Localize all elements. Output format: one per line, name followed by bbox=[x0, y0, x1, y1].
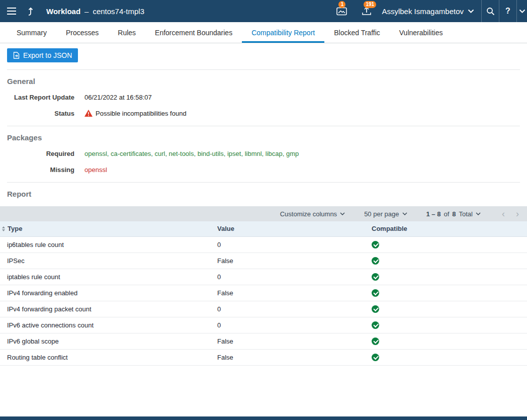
missing-packages-row: Missing openssl bbox=[7, 166, 520, 174]
last-report-update-label: Last Report Update bbox=[7, 94, 74, 101]
column-header-type[interactable]: Type bbox=[0, 221, 217, 236]
table-header-row: Type Value Compatible bbox=[0, 221, 527, 236]
compatible-check-icon bbox=[372, 321, 379, 329]
menu-icon[interactable] bbox=[4, 0, 19, 22]
next-page-button[interactable]: › bbox=[514, 209, 521, 218]
workload-compatibility-screen: Workload – centos74-tmpl3 1 191 Assylbek… bbox=[0, 0, 527, 420]
row-value: False bbox=[217, 349, 372, 365]
compatibility-report-table: Type Value Compatible ip6tables rule cou… bbox=[0, 221, 527, 366]
compatible-check-icon bbox=[372, 241, 379, 248]
per-page-label: 50 per page bbox=[364, 210, 399, 218]
workload-tabbar: Summary Processes Rules Enforcement Boun… bbox=[0, 22, 527, 43]
table-row: Routing table conflict False bbox=[0, 349, 527, 365]
general-heading: General bbox=[7, 77, 520, 86]
help-button[interactable]: ? bbox=[499, 0, 516, 22]
level-up-arrow-icon bbox=[27, 7, 34, 16]
entity-name: centos74-tmpl3 bbox=[93, 7, 144, 16]
row-value: 0 bbox=[217, 269, 372, 285]
compatible-check-icon bbox=[372, 289, 379, 297]
row-type: ip6tables rule count bbox=[0, 236, 217, 253]
search-icon bbox=[486, 7, 495, 16]
search-button[interactable] bbox=[482, 0, 499, 22]
type-header-label: Type bbox=[8, 225, 22, 232]
packages-heading: Packages bbox=[7, 133, 520, 142]
compatible-check-icon bbox=[372, 338, 379, 345]
divider bbox=[7, 182, 520, 183]
tab-enforcement-boundaries[interactable]: Enforcement Boundaries bbox=[145, 22, 242, 43]
chevron-down-icon bbox=[340, 212, 345, 215]
previous-page-button[interactable]: ‹ bbox=[500, 209, 507, 218]
main-content: Export to JSON General Last Report Updat… bbox=[0, 43, 527, 198]
required-label: Required bbox=[7, 150, 74, 157]
report-heading: Report bbox=[7, 190, 520, 198]
tab-summary[interactable]: Summary bbox=[7, 22, 56, 43]
export-button-label: Export to JSON bbox=[23, 51, 72, 59]
row-value: False bbox=[217, 285, 372, 301]
customize-columns-dropdown[interactable]: Customize columns bbox=[280, 210, 345, 218]
table-row: IPv6 active connections count 0 bbox=[0, 317, 527, 333]
tab-compatibility-report[interactable]: Compatibility Report bbox=[242, 22, 324, 43]
page-range: 1 – 8 bbox=[426, 210, 441, 218]
last-report-update-value: 06/21/2022 at 16:58:07 bbox=[84, 94, 152, 101]
compatible-check-icon bbox=[372, 305, 379, 313]
status-label: Status bbox=[7, 110, 74, 117]
table-row: ip6tables rule count 0 bbox=[0, 236, 527, 253]
help-icon: ? bbox=[505, 7, 510, 16]
divider bbox=[7, 69, 520, 70]
chevron-down-icon bbox=[468, 9, 474, 13]
compatible-check-icon bbox=[372, 257, 379, 265]
per-page-dropdown[interactable]: 50 per page bbox=[364, 210, 407, 218]
row-value: False bbox=[217, 333, 372, 349]
customize-columns-label: Customize columns bbox=[280, 210, 337, 218]
top-navigation-bar: Workload – centos74-tmpl3 1 191 Assylbek… bbox=[0, 0, 527, 22]
tab-rules[interactable]: Rules bbox=[108, 22, 145, 43]
tab-blocked-traffic[interactable]: Blocked Traffic bbox=[324, 22, 390, 43]
pagination-summary-dropdown[interactable]: 1 – 8 of 8 Total bbox=[426, 210, 481, 218]
pagination: ‹ › bbox=[500, 209, 521, 218]
actions-row: Export to JSON bbox=[7, 43, 520, 62]
provision-badge: 191 bbox=[364, 1, 376, 8]
table-row: IPv4 forwarding packet count 0 bbox=[0, 301, 527, 317]
export-to-json-button[interactable]: Export to JSON bbox=[7, 48, 78, 62]
level-up-icon[interactable] bbox=[23, 0, 38, 22]
of-label: of bbox=[444, 210, 449, 218]
chevron-down-icon bbox=[476, 212, 481, 215]
hamburger-icon bbox=[7, 11, 16, 12]
total-count: 8 bbox=[452, 210, 456, 218]
more-menu-button[interactable] bbox=[517, 0, 527, 22]
table-row: iptables rule count 0 bbox=[0, 269, 527, 285]
packages-section: Packages Required openssl, ca-certificat… bbox=[7, 133, 520, 174]
required-packages-value: openssl, ca-certificates, curl, net-tool… bbox=[84, 150, 299, 157]
sort-icon bbox=[2, 226, 5, 231]
missing-label: Missing bbox=[7, 166, 74, 174]
row-value: 0 bbox=[217, 236, 372, 253]
status-row: Status Possible incompatibilities found bbox=[7, 110, 520, 117]
bottom-bar bbox=[0, 416, 527, 420]
row-type: IPSec bbox=[0, 253, 217, 269]
chevron-down-icon bbox=[402, 212, 407, 215]
required-packages-row: Required openssl, ca-certificates, curl,… bbox=[7, 150, 520, 157]
last-report-update-row: Last Report Update 06/21/2022 at 16:58:0… bbox=[7, 94, 520, 101]
tab-vulnerabilities[interactable]: Vulnerabilities bbox=[390, 22, 453, 43]
tab-processes[interactable]: Processes bbox=[56, 22, 108, 43]
row-value: False bbox=[217, 253, 372, 269]
breadcrumb: Workload – centos74-tmpl3 bbox=[46, 7, 144, 16]
warning-icon bbox=[84, 110, 93, 117]
table-row: IPv6 global scope False bbox=[0, 333, 527, 349]
page-type: Workload bbox=[46, 7, 80, 16]
row-type: IPv4 forwarding packet count bbox=[0, 301, 217, 317]
provision-button[interactable]: 191 bbox=[357, 0, 377, 22]
alerts-button[interactable]: 1 bbox=[331, 0, 352, 22]
table-row: IPSec False bbox=[0, 253, 527, 269]
total-label: Total bbox=[459, 210, 473, 218]
status-value: Possible incompatibilities found bbox=[96, 110, 187, 117]
alerts-icon bbox=[336, 7, 347, 16]
topbar-right-group: 1 191 Assylbek Ismagambetov ? bbox=[331, 0, 527, 22]
compatible-check-icon bbox=[372, 354, 379, 361]
row-type: IPv6 active connections count bbox=[0, 317, 217, 333]
column-header-compatible: Compatible bbox=[372, 221, 527, 236]
chevron-down-icon bbox=[519, 9, 525, 13]
row-type: iptables rule count bbox=[0, 269, 217, 285]
missing-packages-value: openssl bbox=[84, 166, 107, 174]
user-menu[interactable]: Assylbek Ismagambetov bbox=[377, 0, 481, 22]
